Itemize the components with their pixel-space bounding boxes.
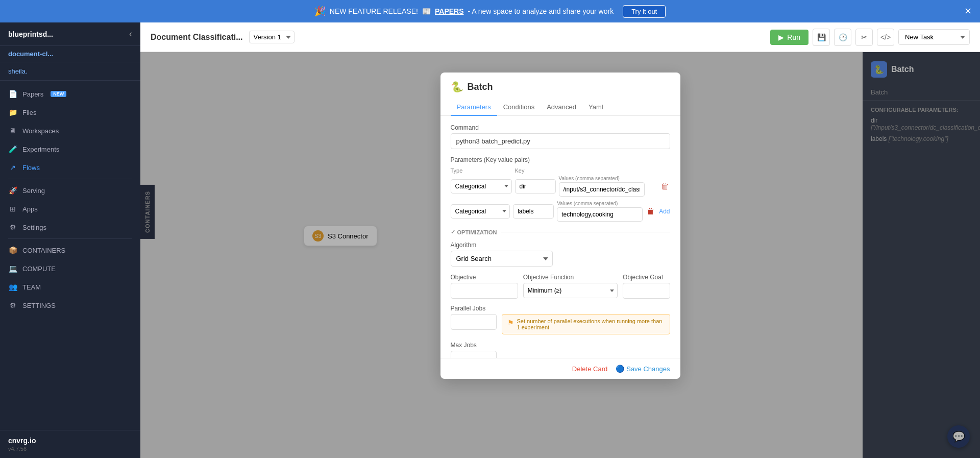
check-icon: ✓ [451,229,455,235]
add-param-button[interactable]: Add [659,208,670,215]
sidebar-item-settings[interactable]: ⚙ Settings [0,218,140,236]
parallel-group: Parallel Jobs ⚑ Set number of parallel e… [451,305,670,334]
sidebar-top: blueprintsd... ‹ [0,22,140,46]
sidebar-user: sheila. [0,62,140,81]
papers-icon: 📄 [8,90,17,98]
objective-goal-field: Objective Goal [623,274,670,299]
sidebar-item-apps[interactable]: ⊞ Apps [0,200,140,218]
sidebar-label-team: TEAM [22,283,41,291]
banner-text: NEW FEATURE RELEASE! [330,7,418,15]
max-jobs-label: Max Jobs [451,342,670,349]
sidebar-label-serving: Serving [22,187,45,195]
sidebar-nav: 📄 Papers NEW 📁 Files 🖥 Workspaces 🧪 Expe… [0,81,140,430]
save-changes-label: Save Changes [626,365,670,373]
sidebar-item-team[interactable]: 👥 TEAM [0,278,140,296]
papers-link[interactable]: PAPERS [435,7,464,15]
param-val-label-1: Values (comma separated) [559,176,657,181]
new-task-select[interactable]: New Task [898,29,970,45]
sidebar-label-experiments: Experiments [22,146,59,153]
sidebar-item-containers[interactable]: 📦 CONTAINERS [0,241,140,259]
param-val-wrap-2: Values (comma separated) [557,201,643,222]
sidebar-label-files: Files [22,109,36,116]
sidebar-item-experiments[interactable]: 🧪 Experiments [0,140,140,158]
param-val-input-2[interactable] [557,207,643,222]
objective-fn-select[interactable]: Minimum (≥) Maximum (≤) [523,283,618,298]
param-val-wrap-1: Values (comma separated) [559,176,657,197]
document-title: Document Classificati... [151,33,243,42]
params-group: Parameters (Key value pairs) Type Key Ca… [451,156,670,222]
sidebar-item-flows[interactable]: ↗ Flows [0,158,140,177]
delete-param-1-button[interactable]: 🗑 [660,181,670,192]
param-val-label-2: Values (comma separated) [557,201,643,206]
code-icon-button[interactable]: </> [877,29,894,46]
files-icon: 📁 [8,108,17,116]
workspaces-icon: 🖥 [8,127,17,135]
sidebar-collapse-button[interactable]: ‹ [129,29,132,39]
max-jobs-group: Max Jobs [451,342,670,358]
param-type-select-2[interactable]: Categorical [451,204,510,219]
modal-batch-icon: 🐍 [451,81,463,93]
history-icon-button[interactable]: 🕐 [834,29,851,46]
banner-description: - A new space to analyze and share your … [468,7,614,15]
param-type-select-1[interactable]: Categorical [451,179,512,194]
param-key-input-1[interactable] [515,179,556,194]
delete-card-button[interactable]: Delete Card [572,365,607,373]
objective-input[interactable] [451,283,518,299]
sidebar-divider-2 [8,238,132,239]
parallel-row: ⚑ Set number of parallel executions when… [451,314,670,334]
workspace-name: document-cl... [0,46,140,62]
sidebar-item-papers[interactable]: 📄 Papers NEW [0,85,140,103]
key-col-label: Key [515,167,556,174]
banner-content: 🎉 NEW FEATURE RELEASE! 📰 PAPERS - A new … [314,5,666,18]
param-key-input-2[interactable] [513,204,554,219]
canvas-area: CONTAINERS S3 S3 Connector 🐍 Batch Batch… [140,52,980,458]
hint-icon: ⚑ [507,319,514,327]
algorithm-select[interactable]: Grid Search Random Search Bayesian [451,251,553,267]
modal-tabs: Parameters Conditions Advanced Yaml [440,99,680,116]
delete-param-2-button[interactable]: 🗑 [646,206,656,217]
sidebar-item-compute[interactable]: 💻 COMPUTE [0,259,140,278]
tab-advanced[interactable]: Advanced [541,99,582,116]
party-icon: 🎉 [314,6,326,17]
scissors-icon-button[interactable]: ✂ [855,29,873,46]
sidebar-label-papers: Papers [22,90,43,98]
sidebar-item-files[interactable]: 📁 Files [0,103,140,122]
type-col-label: Type [451,167,512,174]
parallel-input-wrap [451,314,497,330]
banner-papers-icon: 📰 [422,7,431,15]
version-select[interactable]: Version 1 [249,31,295,43]
sidebar-item-workspaces[interactable]: 🖥 Workspaces [0,122,140,140]
modal-overlay: 🐍 Batch Parameters Conditions Advanced Y… [140,52,980,458]
run-button[interactable]: ▶ Run [770,30,808,45]
objective-row: Objective Objective Function Minimum (≥)… [451,274,670,299]
param-row-2: Categorical Values (comma separated) 🗑 A… [451,201,670,222]
tab-conditions[interactable]: Conditions [497,99,541,116]
settings2-icon: ⚙ [8,301,17,309]
param-val-input-1[interactable] [559,182,645,197]
save-icon-button[interactable]: 💾 [813,29,830,46]
max-jobs-input[interactable] [451,351,497,358]
command-input[interactable] [451,133,670,149]
flows-icon: ↗ [8,163,17,172]
save-changes-button[interactable]: 🔵 Save Changes [616,365,670,373]
parallel-hint: ⚑ Set number of parallel executions when… [502,314,670,334]
modal-title: Batch [468,82,493,92]
parallel-input[interactable] [451,314,497,330]
sidebar-brand: blueprintsd... [8,30,53,38]
objective-fn-label: Objective Function [523,274,618,281]
tab-yaml[interactable]: Yaml [582,99,609,116]
param-header-row: Type Key [451,167,670,174]
close-banner-button[interactable]: ✕ [964,6,972,17]
modal-footer: Delete Card 🔵 Save Changes [440,358,680,379]
sidebar-item-settings2[interactable]: ⚙ SETTINGS [0,296,140,315]
sidebar-label-settings2: SETTINGS [22,302,56,309]
sidebar-item-serving[interactable]: 🚀 Serving [0,181,140,200]
header-actions: ▶ Run 💾 🕐 ✂ </> New Task [770,29,970,46]
try-it-out-button[interactable]: Try it out [623,5,666,18]
sidebar-brand-bottom: cnvrg.io [8,437,132,445]
objective-goal-input[interactable] [623,283,670,299]
tab-parameters[interactable]: Parameters [451,99,497,116]
compute-icon: 💻 [8,264,17,273]
params-section-label: Parameters (Key value pairs) [451,156,670,163]
objective-field: Objective [451,274,518,299]
